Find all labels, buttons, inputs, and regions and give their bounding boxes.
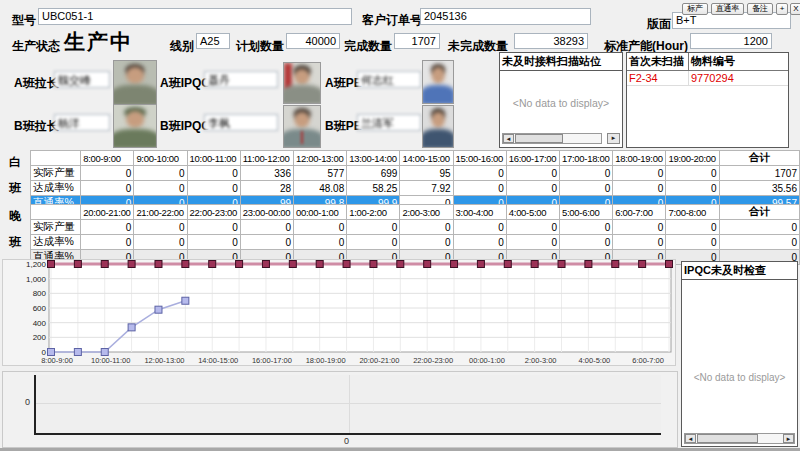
column-header: 10:00-11:00: [187, 151, 240, 166]
plan-qty-field[interactable]: 40000: [286, 33, 340, 49]
first-unscanned-col1-header[interactable]: 首次未扫描: [627, 53, 689, 70]
table-cell[interactable]: 0: [453, 181, 506, 196]
table-cell[interactable]: 0: [453, 220, 506, 235]
table-cell[interactable]: 0: [134, 235, 187, 250]
capacity-field[interactable]: 1200: [690, 33, 772, 49]
table-cell[interactable]: 0: [613, 181, 666, 196]
table-cell[interactable]: 577: [294, 166, 347, 181]
table-cell[interactable]: 0: [560, 235, 613, 250]
table-cell[interactable]: 0: [506, 181, 559, 196]
table-cell[interactable]: 0: [666, 235, 719, 250]
table-cell[interactable]: 0: [400, 235, 453, 250]
table-cell[interactable]: 0: [560, 166, 613, 181]
table-cell[interactable]: 0: [453, 166, 506, 181]
table-cell[interactable]: 0: [560, 181, 613, 196]
staff-name-field[interactable]: 李枫: [204, 114, 278, 131]
table-cell[interactable]: 48.08: [294, 181, 347, 196]
table-cell[interactable]: 0: [81, 235, 134, 250]
staff-photo: [113, 60, 157, 105]
table-cell[interactable]: 0: [240, 235, 293, 250]
table-cell[interactable]: 336: [240, 166, 293, 181]
scroll-track[interactable]: [696, 434, 783, 443]
column-header: 17:00-18:00: [560, 151, 613, 166]
table-cell[interactable]: 0: [294, 220, 347, 235]
scroll-thumb[interactable]: [697, 434, 758, 443]
scroll-left-icon[interactable]: ◄: [685, 434, 696, 443]
table-cell[interactable]: 1707: [719, 166, 799, 181]
table-cell[interactable]: 0: [240, 220, 293, 235]
table-cell[interactable]: 0: [134, 181, 187, 196]
model-field[interactable]: UBC051-1: [38, 8, 352, 25]
table-cell[interactable]: 58.25: [347, 181, 400, 196]
ipqc-empty-text: <No data to display>: [682, 372, 797, 383]
column-header: 15:00-16:00: [453, 151, 506, 166]
table-cell[interactable]: 0: [560, 220, 613, 235]
table-cell[interactable]: 28: [240, 181, 293, 196]
table-cell[interactable]: 0: [666, 166, 719, 181]
remain-qty-field[interactable]: 38293: [514, 33, 588, 49]
table-cell[interactable]: 0: [666, 181, 719, 196]
table-cell[interactable]: 699: [347, 166, 400, 181]
staff-name-field[interactable]: 杨洋: [54, 114, 110, 131]
table-cell[interactable]: 0: [400, 220, 453, 235]
table-cell[interactable]: 0: [81, 166, 134, 181]
table-cell[interactable]: 0: [613, 166, 666, 181]
table-cell[interactable]: 0: [506, 220, 559, 235]
table-cell[interactable]: 7.92: [400, 181, 453, 196]
done-qty-field[interactable]: 1707: [394, 33, 440, 49]
staff-photo: [283, 62, 321, 104]
pass-rate-button[interactable]: 直通率: [711, 3, 744, 15]
line-field[interactable]: A25: [196, 33, 230, 49]
day-production-table: 8:00-9:009:00-10:0010:00-11:0011:00-12:0…: [30, 150, 800, 211]
svg-text:200: 200: [33, 333, 47, 342]
first-unscanned-row[interactable]: F2-34 9770294: [627, 71, 788, 86]
scroll-thumb[interactable]: [515, 134, 563, 143]
column-header: 23:00-00:00: [240, 205, 293, 220]
table-cell[interactable]: 0: [81, 220, 134, 235]
table-cell[interactable]: 0: [134, 166, 187, 181]
table-cell[interactable]: 0: [187, 166, 240, 181]
staff-name-field[interactable]: 兰清军: [357, 114, 421, 131]
scroll-right-icon[interactable]: ►: [607, 133, 620, 144]
table-cell[interactable]: 0: [187, 235, 240, 250]
scroll-right-icon[interactable]: ►: [783, 434, 794, 443]
table-cell[interactable]: 0: [719, 235, 799, 250]
late-material-hscrollbar[interactable]: ◄: [502, 133, 602, 144]
table-cell[interactable]: 0: [134, 220, 187, 235]
night-shift-name: 晚班: [0, 204, 30, 255]
late-material-panel: 未及时接料扫描站位 <No data to display> ◄ ►: [499, 52, 623, 148]
table-cell[interactable]: 0: [613, 220, 666, 235]
table-cell[interactable]: 0: [187, 181, 240, 196]
material-cell[interactable]: 9770294: [689, 71, 788, 85]
table-cell[interactable]: 0: [666, 220, 719, 235]
scroll-left-icon[interactable]: ◄: [503, 134, 514, 143]
order-field[interactable]: 2045136: [420, 8, 591, 25]
table-cell[interactable]: 0: [187, 220, 240, 235]
table-cell[interactable]: 0: [453, 235, 506, 250]
scroll-track[interactable]: [514, 134, 601, 143]
first-unscanned-col2-header[interactable]: 物料编号: [689, 53, 788, 70]
table-cell[interactable]: 0: [506, 166, 559, 181]
table-cell[interactable]: 0: [81, 181, 134, 196]
table-cell[interactable]: 0: [347, 220, 400, 235]
station-cell[interactable]: F2-34: [627, 71, 689, 85]
close-button[interactable]: X: [790, 3, 800, 15]
secondary-chart: 0 0: [2, 371, 678, 448]
table-cell[interactable]: 0: [613, 235, 666, 250]
row-label: 达成率%: [31, 181, 81, 196]
table-cell[interactable]: 0: [294, 235, 347, 250]
remark-button[interactable]: 备注: [747, 3, 773, 15]
done-qty-label: 完成数量: [344, 38, 392, 55]
staff-name-field[interactable]: 魏交峰: [54, 71, 110, 88]
table-cell[interactable]: 95: [400, 166, 453, 181]
staff-name-field[interactable]: 何志红: [357, 71, 421, 88]
ipqc-hscrollbar[interactable]: ◄ ►: [684, 433, 795, 444]
table-cell[interactable]: 35.56: [719, 181, 799, 196]
staff-label: A班IPQC: [160, 75, 210, 92]
table-cell[interactable]: 0: [719, 220, 799, 235]
table-cell[interactable]: 0: [506, 235, 559, 250]
standard-capacity-button[interactable]: 标产: [682, 3, 708, 15]
maximize-button[interactable]: +: [776, 3, 788, 15]
staff-name-field[interactable]: 聂丹: [204, 71, 278, 88]
table-cell[interactable]: 0: [347, 235, 400, 250]
